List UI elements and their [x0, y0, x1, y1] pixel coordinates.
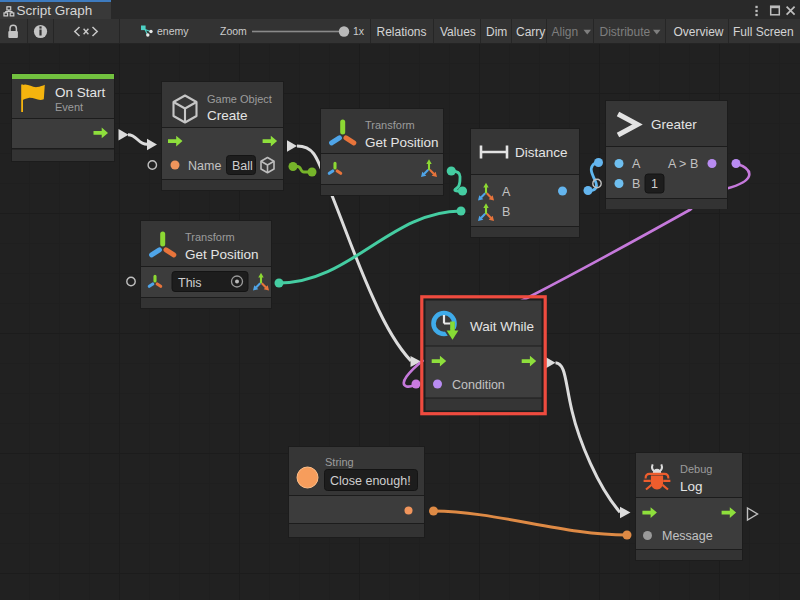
- svg-text:Transform: Transform: [365, 119, 415, 131]
- svg-text:Script Graph: Script Graph: [17, 3, 93, 18]
- svg-text:Overview: Overview: [674, 25, 724, 39]
- svg-text:A: A: [502, 185, 511, 199]
- svg-text:Align: Align: [552, 25, 579, 39]
- svg-text:Debug: Debug: [680, 463, 712, 475]
- svg-text:Greater: Greater: [651, 117, 697, 132]
- svg-text:Game Object: Game Object: [207, 93, 272, 105]
- svg-text:Close enough!: Close enough!: [330, 474, 411, 488]
- svg-text:Full Screen: Full Screen: [733, 25, 794, 39]
- svg-text:Zoom: Zoom: [220, 25, 247, 37]
- svg-text:Message: Message: [662, 529, 713, 543]
- svg-text:String: String: [325, 456, 354, 468]
- svg-text:Get Position: Get Position: [185, 247, 259, 262]
- svg-text:Relations: Relations: [377, 25, 427, 39]
- svg-text:Ball: Ball: [232, 159, 253, 173]
- svg-text:Name: Name: [188, 159, 221, 173]
- svg-text:On Start: On Start: [55, 85, 106, 100]
- svg-text:This: This: [178, 276, 202, 290]
- svg-text:B: B: [502, 205, 510, 219]
- svg-text:enemy: enemy: [157, 25, 189, 37]
- svg-text:Dim: Dim: [486, 25, 507, 39]
- svg-text:Transform: Transform: [185, 231, 235, 243]
- svg-text:B: B: [632, 177, 640, 191]
- svg-text:1x: 1x: [353, 25, 365, 37]
- svg-text:A: A: [632, 157, 641, 171]
- svg-text:Get Position: Get Position: [365, 135, 439, 150]
- svg-text:Distribute: Distribute: [600, 25, 651, 39]
- svg-text:Values: Values: [440, 25, 476, 39]
- svg-text:Distance: Distance: [515, 145, 568, 160]
- svg-text:Log: Log: [680, 479, 703, 494]
- svg-text:A > B: A > B: [668, 157, 698, 171]
- svg-text:1: 1: [651, 177, 658, 191]
- svg-text:Event: Event: [55, 101, 83, 113]
- svg-text:Carry: Carry: [516, 25, 545, 39]
- svg-text:Wait While: Wait While: [470, 319, 534, 334]
- svg-text:Create: Create: [207, 108, 248, 123]
- svg-text:Condition: Condition: [452, 378, 505, 392]
